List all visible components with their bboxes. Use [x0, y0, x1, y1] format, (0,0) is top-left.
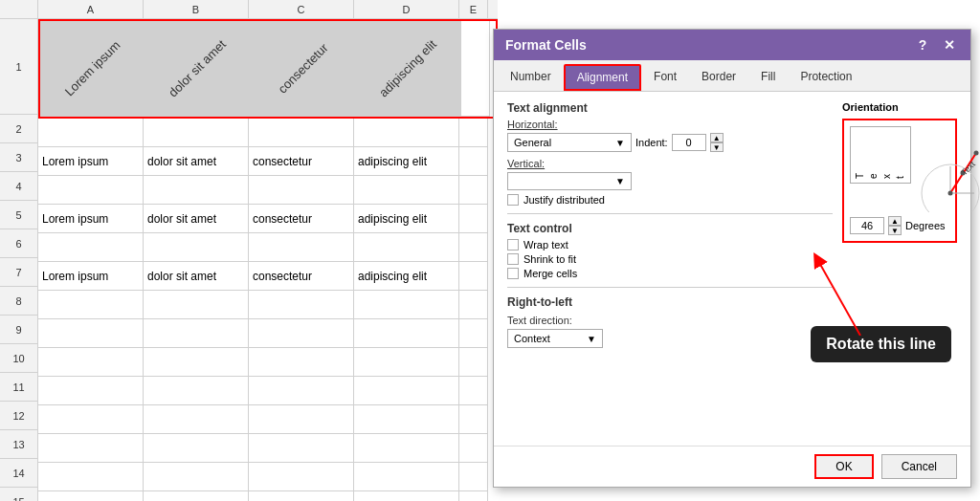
- cell-e2: [459, 119, 488, 147]
- tab-fill[interactable]: Fill: [748, 64, 788, 91]
- tab-font[interactable]: Font: [641, 64, 689, 91]
- cell-a1-text: Lorem ipsum: [62, 38, 123, 99]
- row-header-5: 5: [0, 201, 38, 229]
- row-11: [38, 377, 498, 405]
- col-header-b: B: [144, 0, 249, 18]
- cell-e6: [459, 233, 488, 262]
- cell-d3[interactable]: adipiscing elit: [354, 147, 459, 176]
- indent-up-btn[interactable]: ▲: [710, 133, 724, 142]
- cell-d4[interactable]: [354, 176, 459, 205]
- right-to-left-label: Right-to-left: [507, 295, 833, 309]
- cell-b1-text: dolor sit amet: [167, 37, 230, 100]
- merge-cells-label: Merge cells: [523, 268, 577, 279]
- shrink-to-fit-row: Shrink to fit: [507, 253, 833, 265]
- dialog-body: Text alignment Horizontal: General ▼ Ind…: [494, 92, 970, 358]
- degrees-up-btn[interactable]: ▲: [888, 216, 902, 226]
- grid: Lorem ipsum dolor sit amet consectetur a…: [38, 19, 498, 501]
- row-header-1: 1: [0, 19, 38, 115]
- svg-line-8: [817, 259, 860, 336]
- cell-a3[interactable]: Lorem ipsum: [38, 147, 144, 176]
- cell-b2[interactable]: [144, 119, 249, 147]
- dialog-tabs: Number Alignment Font Border Fill Protec…: [494, 60, 970, 92]
- text-direction-label: Text direction:: [507, 315, 833, 326]
- dialog-title-controls: ? ✕: [913, 37, 959, 53]
- cell-a4[interactable]: [38, 176, 144, 205]
- tab-alignment[interactable]: Alignment: [564, 64, 641, 91]
- svg-point-6: [974, 151, 979, 156]
- text-direction-value: Context: [514, 333, 550, 344]
- wrap-text-checkbox[interactable]: [507, 239, 519, 250]
- orientation-visual-panel: Text: [842, 119, 957, 243]
- cancel-button[interactable]: Cancel: [881, 454, 957, 479]
- degrees-down-btn[interactable]: ▼: [888, 226, 902, 235]
- tab-protection[interactable]: Protection: [788, 64, 864, 91]
- row-5: Lorem ipsum dolor sit amet consectetur a…: [38, 205, 498, 233]
- dialog-titlebar: Format Cells ? ✕: [494, 30, 970, 60]
- svg-text:Text: Text: [959, 159, 977, 177]
- cell-e7: [459, 262, 488, 291]
- cell-a1[interactable]: Lorem ipsum: [40, 21, 145, 117]
- orientation-label: Orientation: [842, 101, 957, 113]
- row-header-15: 15: [0, 488, 38, 501]
- text-direction-select[interactable]: Context ▼: [507, 329, 603, 348]
- svg-point-4: [948, 191, 953, 196]
- cell-b1[interactable]: dolor sit amet: [145, 21, 251, 117]
- cell-b7[interactable]: dolor sit amet: [144, 262, 249, 291]
- cell-c6[interactable]: [249, 233, 354, 262]
- cell-c1[interactable]: consectetur: [251, 21, 356, 117]
- row-header-10: 10: [0, 344, 38, 373]
- spreadsheet: A B C D E 1 2 3 4 5 6 7 8 9 10 11 12 13 …: [0, 0, 498, 501]
- cell-b3[interactable]: dolor sit amet: [144, 147, 249, 176]
- dialog-close-btn[interactable]: ✕: [940, 37, 959, 53]
- horizontal-value: General: [514, 137, 551, 148]
- cell-d1-text: adipiscing elit: [377, 37, 440, 100]
- row-8: [38, 291, 498, 319]
- cell-c7[interactable]: consectetur: [249, 262, 354, 291]
- cell-b5[interactable]: dolor sit amet: [144, 205, 249, 233]
- merge-cells-checkbox[interactable]: [507, 268, 519, 279]
- tab-border[interactable]: Border: [689, 64, 748, 91]
- vertical-text-btn[interactable]: Text: [850, 126, 911, 184]
- cell-b4[interactable]: [144, 176, 249, 205]
- cell-d5[interactable]: adipiscing elit: [354, 205, 459, 233]
- justify-distributed-checkbox[interactable]: [507, 194, 519, 206]
- row-2: [38, 119, 498, 147]
- orientation-svg[interactable]: Text: [917, 126, 980, 212]
- dialog-title: Format Cells: [505, 37, 587, 53]
- dialog-left-panel: Text alignment Horizontal: General ▼ Ind…: [507, 101, 833, 348]
- cell-c5[interactable]: consectetur: [249, 205, 354, 233]
- vertical-arrow-icon: ▼: [615, 176, 625, 186]
- cell-a2[interactable]: [38, 119, 144, 147]
- cell-a5[interactable]: Lorem ipsum: [38, 205, 144, 233]
- shrink-to-fit-checkbox[interactable]: [507, 253, 519, 265]
- indent-down-btn[interactable]: ▼: [710, 142, 724, 152]
- indent-input[interactable]: [672, 134, 706, 151]
- cell-d6[interactable]: [354, 233, 459, 262]
- horizontal-arrow-icon: ▼: [615, 138, 625, 148]
- row-14: [38, 463, 498, 491]
- degrees-row: ▲ ▼ Degrees: [850, 216, 949, 235]
- indent-spinner: ▲ ▼: [710, 133, 724, 152]
- col-header-a: A: [38, 0, 144, 18]
- degrees-input[interactable]: [850, 217, 884, 234]
- vertical-label: Vertical:: [507, 158, 833, 169]
- ok-button[interactable]: OK: [814, 454, 873, 479]
- col-header-c: C: [249, 0, 354, 18]
- row-header-7: 7: [0, 258, 38, 287]
- dialog-question-btn[interactable]: ?: [913, 37, 932, 53]
- cell-a6[interactable]: [38, 233, 144, 262]
- vertical-select[interactable]: ▼: [507, 172, 632, 190]
- cell-a7[interactable]: Lorem ipsum: [38, 262, 144, 291]
- tab-number[interactable]: Number: [498, 64, 564, 91]
- cell-c3[interactable]: consectetur: [249, 147, 354, 176]
- horizontal-row: General ▼ Indent: ▲ ▼: [507, 133, 833, 152]
- cell-d2[interactable]: [354, 119, 459, 147]
- cell-b6[interactable]: [144, 233, 249, 262]
- cell-d1[interactable]: adipiscing elit: [356, 21, 461, 117]
- cell-c4[interactable]: [249, 176, 354, 205]
- row-header-12: 12: [0, 402, 38, 430]
- cell-c2[interactable]: [249, 119, 354, 147]
- justify-distributed-label: Justify distributed: [523, 194, 605, 206]
- horizontal-select[interactable]: General ▼: [507, 133, 632, 152]
- cell-d7[interactable]: adipiscing elit: [354, 262, 459, 291]
